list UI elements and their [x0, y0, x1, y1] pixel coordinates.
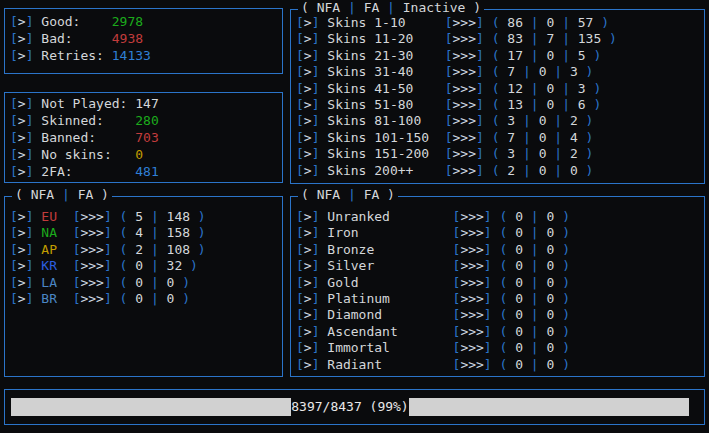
expand-toggle-button[interactable]: [>] — [296, 31, 319, 46]
expand-toggle-button[interactable]: [>] — [296, 163, 319, 178]
pipe-glyph: | — [554, 97, 577, 112]
count-value: 6 — [578, 97, 586, 112]
open-list-button[interactable]: [>>>] — [453, 291, 492, 306]
expand-toggle-button[interactable]: [>] — [10, 209, 33, 224]
open-list-button[interactable]: [>>>] — [445, 97, 484, 112]
open-list-button[interactable]: [>>>] — [73, 258, 112, 273]
expand-toggle-button[interactable]: [>] — [296, 242, 319, 257]
bracket-glyph: ] — [104, 209, 112, 224]
expand-toggle-button[interactable]: [>] — [10, 258, 33, 273]
open-list-button[interactable]: [>>>] — [445, 146, 484, 161]
open-list-button[interactable]: [>>>] — [73, 242, 112, 257]
open-list-button[interactable]: [>>>] — [445, 15, 484, 30]
rank-row: [>] Radiant [>>>] ( 0 | 0 ) — [296, 357, 699, 373]
open-list-button[interactable]: [>>>] — [445, 163, 484, 178]
bracket-glyph: ] — [476, 15, 484, 30]
expand-toggle-button[interactable]: [>] — [296, 130, 319, 145]
open-list-button[interactable]: [>>>] — [453, 324, 492, 339]
open-list-button[interactable]: [>>>] — [453, 307, 492, 322]
expand-toggle-button[interactable]: [>] — [296, 225, 319, 240]
expand-toggle-button[interactable]: [>] — [296, 275, 319, 290]
chevron-right-icon: > — [18, 113, 26, 128]
paren-glyph: ) — [554, 258, 570, 273]
counts-group: ( 3 | 0 | 2 ) — [492, 146, 594, 161]
expand-toggle-button[interactable]: [>] — [296, 48, 319, 63]
bracket-glyph: ] — [476, 48, 484, 63]
triple-chevron-icon: >>> — [453, 15, 476, 30]
open-list-button[interactable]: [>>>] — [453, 242, 492, 257]
skins-row: [>] Skins 41-50 [>>>] ( 12 | 0 | 3 ) — [296, 81, 699, 97]
paren-glyph: ( — [120, 258, 136, 273]
paren-glyph: ) — [578, 146, 594, 161]
skins-row: [>] Skins 81-100 [>>>] ( 3 | 0 | 2 ) — [296, 113, 699, 129]
chevron-right-icon: > — [18, 48, 26, 63]
expand-toggle-button[interactable]: [>] — [296, 357, 319, 372]
paren-glyph: ( — [15, 187, 31, 202]
pipe-glyph: | — [143, 275, 166, 290]
expand-toggle-button[interactable]: [>] — [10, 291, 33, 306]
open-list-button[interactable]: [>>>] — [445, 81, 484, 96]
expand-toggle-button[interactable]: [>] — [10, 113, 33, 128]
open-list-button[interactable]: [>>>] — [453, 225, 492, 240]
bracket-glyph: [ — [10, 14, 18, 29]
expand-toggle-button[interactable]: [>] — [296, 81, 319, 96]
open-list-button[interactable]: [>>>] — [445, 113, 484, 128]
expand-toggle-button[interactable]: [>] — [296, 258, 319, 273]
expand-toggle-button[interactable]: [>] — [296, 64, 319, 79]
stat-value: 703 — [135, 130, 158, 145]
open-list-button[interactable]: [>>>] — [73, 291, 112, 306]
open-list-button[interactable]: [>>>] — [445, 48, 484, 63]
bracket-glyph: ] — [476, 97, 484, 112]
stat-row: [>] Banned: 703 — [10, 129, 277, 146]
open-list-button[interactable]: [>>>] — [453, 275, 492, 290]
expand-toggle-button[interactable]: [>] — [10, 31, 33, 46]
expand-toggle-button[interactable]: [>] — [296, 113, 319, 128]
open-list-button[interactable]: [>>>] — [73, 225, 112, 240]
chevron-right-icon: > — [304, 15, 312, 30]
count-value: 13 — [507, 97, 523, 112]
expand-toggle-button[interactable]: [>] — [10, 48, 33, 63]
expand-toggle-button[interactable]: [>] — [10, 14, 33, 29]
expand-toggle-button[interactable]: [>] — [296, 97, 319, 112]
expand-toggle-button[interactable]: [>] — [10, 164, 33, 179]
expand-toggle-button[interactable]: [>] — [296, 146, 319, 161]
count-value: 0 — [515, 324, 523, 339]
chevron-right-icon: > — [304, 275, 312, 290]
pipe-glyph: | — [554, 31, 577, 46]
bracket-glyph: ] — [484, 324, 492, 339]
expand-toggle-button[interactable]: [>] — [10, 242, 33, 257]
expand-toggle-button[interactable]: [>] — [10, 225, 33, 240]
open-list-button[interactable]: [>>>] — [453, 357, 492, 372]
chevron-right-icon: > — [304, 324, 312, 339]
pipe-glyph: | — [523, 258, 546, 273]
expand-toggle-button[interactable]: [>] — [296, 307, 319, 322]
expand-toggle-button[interactable]: [>] — [10, 96, 33, 111]
open-list-button[interactable]: [>>>] — [453, 258, 492, 273]
expand-toggle-button[interactable]: [>] — [10, 275, 33, 290]
expand-toggle-button[interactable]: [>] — [10, 147, 33, 162]
pipe-glyph: | — [143, 258, 166, 273]
expand-toggle-button[interactable]: [>] — [296, 15, 319, 30]
open-list-button[interactable]: [>>>] — [445, 31, 484, 46]
stat-label: Good: — [33, 14, 111, 29]
region-row: [>] BR [>>>] ( 0 | 0 ) — [10, 291, 277, 307]
expand-toggle-button[interactable]: [>] — [296, 324, 319, 339]
expand-toggle-button[interactable]: [>] — [296, 209, 319, 224]
open-list-button[interactable]: [>>>] — [445, 130, 484, 145]
open-list-button[interactable]: [>>>] — [445, 64, 484, 79]
open-list-button[interactable]: [>>>] — [73, 209, 112, 224]
open-list-button[interactable]: [>>>] — [453, 340, 492, 355]
expand-toggle-button[interactable]: [>] — [10, 130, 33, 145]
paren-glyph: ) — [578, 113, 594, 128]
expand-toggle-button[interactable]: [>] — [296, 340, 319, 355]
pipe-glyph: | — [54, 187, 77, 202]
header-label: FA — [78, 187, 94, 202]
expand-toggle-button[interactable]: [>] — [296, 291, 319, 306]
progress-label: 8397/8437 (99%) — [291, 398, 408, 416]
paren-glyph: ( — [120, 209, 136, 224]
counts-group: ( 0 | 0 ) — [500, 225, 570, 240]
bracket-glyph: ] — [476, 81, 484, 96]
bracket-glyph: [ — [296, 97, 304, 112]
open-list-button[interactable]: [>>>] — [73, 275, 112, 290]
open-list-button[interactable]: [>>>] — [453, 209, 492, 224]
